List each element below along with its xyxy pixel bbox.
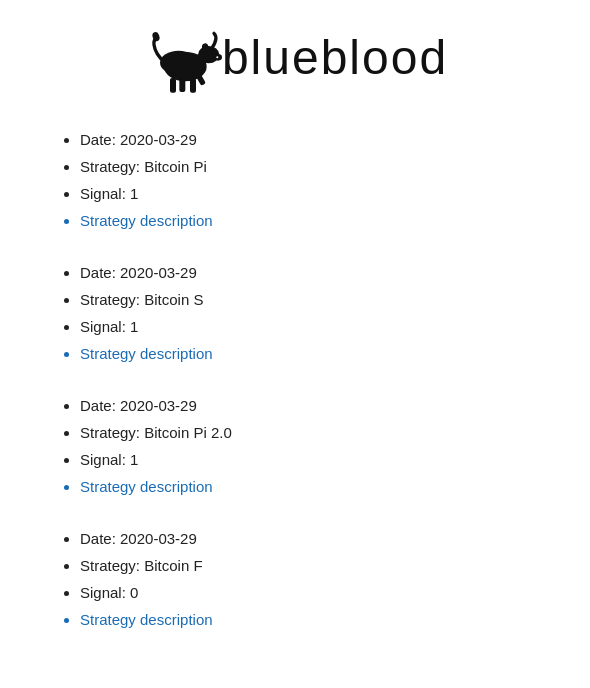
- svg-rect-6: [195, 73, 206, 86]
- strategy-name-item-1: Strategy: Bitcoin S: [80, 288, 540, 312]
- svg-rect-3: [170, 78, 176, 93]
- strategy-block-3: Date: 2020-03-29Strategy: Bitcoin FSigna…: [60, 527, 540, 632]
- strategy-block-1: Date: 2020-03-29Strategy: Bitcoin SSigna…: [60, 261, 540, 366]
- logo-text: blueblood: [222, 34, 448, 82]
- strategy-name-item-3: Strategy: Bitcoin F: [80, 554, 540, 578]
- strategy-description-link-0[interactable]: Strategy description: [80, 209, 540, 233]
- bull-icon: [142, 18, 222, 98]
- signal-item-0: Signal: 1: [80, 182, 540, 206]
- svg-point-12: [160, 51, 197, 75]
- strategy-block-0: Date: 2020-03-29Strategy: Bitcoin PiSign…: [60, 128, 540, 233]
- strategy-description-link-3[interactable]: Strategy description: [80, 608, 540, 632]
- signal-item-3: Signal: 0: [80, 581, 540, 605]
- strategy-description-link-1[interactable]: Strategy description: [80, 342, 540, 366]
- strategy-name-item-0: Strategy: Bitcoin Pi: [80, 155, 540, 179]
- date-item-1: Date: 2020-03-29: [80, 261, 540, 285]
- page-header: blueblood: [0, 0, 590, 108]
- svg-point-11: [212, 50, 216, 54]
- date-item-0: Date: 2020-03-29: [80, 128, 540, 152]
- strategy-description-link-2[interactable]: Strategy description: [80, 475, 540, 499]
- date-item-3: Date: 2020-03-29: [80, 527, 540, 551]
- strategy-block-2: Date: 2020-03-29Strategy: Bitcoin Pi 2.0…: [60, 394, 540, 499]
- svg-rect-5: [190, 78, 196, 93]
- signal-item-1: Signal: 1: [80, 315, 540, 339]
- date-item-2: Date: 2020-03-29: [80, 394, 540, 418]
- logo-container: blueblood: [142, 18, 448, 98]
- svg-point-10: [216, 56, 218, 58]
- svg-rect-4: [179, 79, 185, 92]
- content-area: Date: 2020-03-29Strategy: Bitcoin PiSign…: [0, 108, 590, 680]
- signal-item-2: Signal: 1: [80, 448, 540, 472]
- strategy-name-item-2: Strategy: Bitcoin Pi 2.0: [80, 421, 540, 445]
